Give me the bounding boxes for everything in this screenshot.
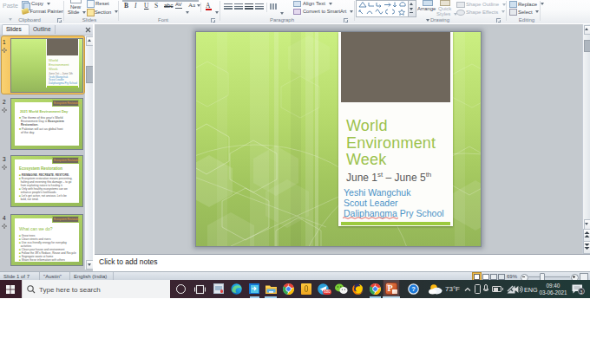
svg-text:?: ?	[411, 285, 416, 293]
